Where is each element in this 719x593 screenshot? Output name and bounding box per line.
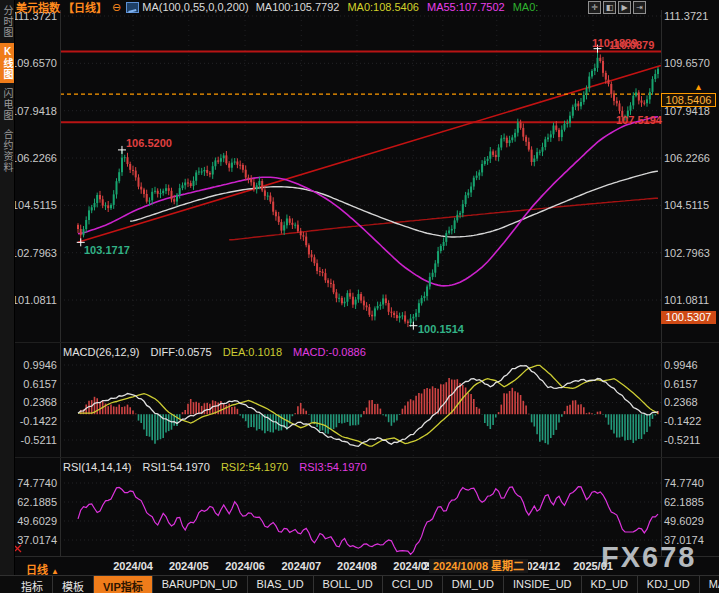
toolbar-item-BIASUD[interactable]: BIAS_UD bbox=[248, 576, 314, 593]
macd-dea-value: DEA:0.1018 bbox=[223, 346, 282, 358]
crosshair-icon[interactable]: ✛ bbox=[588, 1, 601, 14]
watermark: FX678 bbox=[601, 541, 696, 574]
rsi-header: RSI(14,14,14) RSI1:54.1970 RSI2:54.1970 … bbox=[63, 461, 367, 473]
toolbar-item-KDJUD[interactable]: KDJ_UD bbox=[638, 576, 700, 593]
split-right-icon[interactable]: ▶ bbox=[618, 1, 631, 14]
macd-tick-label: -0.5211 bbox=[664, 434, 719, 447]
ma-value-label: MA100:105.7792 bbox=[256, 1, 340, 13]
rsi3-value: RSI3:54.1970 bbox=[299, 461, 366, 473]
plot-left-border bbox=[60, 10, 61, 556]
price-tick-label: 111.3721 bbox=[664, 10, 719, 23]
crosshair-date-badge: 2024/10/08 星期二 bbox=[429, 559, 528, 573]
bottom-toolbar: 指标模板VIP指标BARUPDN_UDBIAS_UDBOLL_UDCCI_UDD… bbox=[0, 575, 719, 593]
macd-tick-label: 0.2368 bbox=[664, 396, 719, 409]
panel-separator-macd bbox=[14, 342, 719, 343]
date-tick-label: 2024/04 bbox=[105, 560, 161, 572]
rsi-tick-label: 62.1885 bbox=[664, 496, 719, 509]
april-peak-label: 106.5200 bbox=[126, 137, 172, 149]
rsi-title: RSI(14,14,14) bbox=[63, 461, 131, 473]
macd-header: MACD(26,12,9) DIFF:0.0575 DEA:0.1018 MAC… bbox=[63, 346, 366, 358]
app-window: 分时图K线图闪电图合约资料 美元指数 【日线】 ⊖ MA(100,0,55,0,… bbox=[0, 0, 719, 593]
toolbar-item-KDUD[interactable]: KD_UD bbox=[582, 576, 638, 593]
symbol-title: 美元指数 bbox=[16, 0, 60, 15]
price-tick-label: 102.7963 bbox=[664, 247, 719, 260]
rsi-tick-label: 49.6029 bbox=[664, 515, 719, 528]
toolbar-item-INSIDEUD[interactable]: INSIDE_UD bbox=[504, 576, 582, 593]
topbar: 美元指数 【日线】 ⊖ MA(100,0,55,0,0,200) MA100:1… bbox=[16, 0, 546, 14]
chart-canvas[interactable] bbox=[0, 0, 719, 593]
left-sidebar: 分时图K线图闪电图合约资料 bbox=[0, 0, 15, 575]
sidebar-tab-K线图[interactable]: K线图 bbox=[0, 43, 14, 83]
rsi1-value: RSI1:54.1970 bbox=[143, 461, 210, 473]
rsi2-value: RSI2:54.1970 bbox=[221, 461, 288, 473]
price-tick-label: 104.5115 bbox=[664, 199, 719, 212]
panel-separator-rsi bbox=[14, 457, 719, 458]
price-marker-arrow-icon: ▲ bbox=[694, 82, 703, 92]
period-tag: 【日线】 bbox=[63, 0, 107, 15]
price-tick-label: 101.0811 bbox=[664, 294, 719, 307]
expand-icon[interactable]: ⇥ bbox=[633, 1, 646, 14]
macd-tick-label: 0.6157 bbox=[664, 378, 719, 391]
macd-tick-label: -0.1422 bbox=[664, 415, 719, 428]
sidebar-tab-合约资料[interactable]: 合约资料 bbox=[0, 126, 14, 176]
ma-value-label: MA55:107.7502 bbox=[427, 1, 505, 13]
collapse-icon[interactable]: ⊖ bbox=[112, 1, 121, 14]
ma-value-label: MA0: bbox=[513, 1, 539, 13]
support-price-label: 107.5194 bbox=[616, 114, 662, 126]
low-price-badge: 100.5307 bbox=[661, 311, 716, 324]
toolbar-item-模板[interactable]: 模板 bbox=[53, 576, 94, 593]
price-tick-label: 109.6570 bbox=[664, 57, 719, 70]
macd-hist-value: MACD:-0.0886 bbox=[293, 346, 366, 358]
date-tick-label: 2024/07 bbox=[273, 560, 329, 572]
sidebar-tab-闪电图[interactable]: 闪电图 bbox=[0, 85, 14, 124]
plot-right-border bbox=[661, 10, 662, 556]
current-price-badge: 108.5406 bbox=[661, 93, 716, 107]
toolbar-item-BARUPDNUD[interactable]: BARUPDN_UD bbox=[153, 576, 248, 593]
macd-diff-value: DIFF:0.0575 bbox=[150, 346, 211, 358]
indicator-chart-icon bbox=[126, 2, 139, 13]
price-tick-label: 106.2266 bbox=[664, 152, 719, 165]
sidebar-tab-分时图[interactable]: 分时图 bbox=[0, 2, 14, 41]
macd-title: MACD(26,12,9) bbox=[63, 346, 139, 358]
toolbar-item-DMIUD[interactable]: DMI_UD bbox=[443, 576, 504, 593]
toolbar-item-MAUD[interactable]: MA_UD bbox=[700, 576, 719, 593]
macd-tick-label: 0.9946 bbox=[664, 359, 719, 372]
toolbar-item-指标[interactable]: 指标 bbox=[12, 576, 53, 593]
rsi-tick-label: 74.7740 bbox=[664, 477, 719, 490]
bottom-low-label: 100.1514 bbox=[418, 323, 464, 335]
date-tick-label: 2024/08 bbox=[329, 560, 385, 572]
date-tick-label: 2024/05 bbox=[161, 560, 217, 572]
split-left-icon[interactable]: ◧ bbox=[603, 1, 616, 14]
high-price-label: 110.1889 bbox=[592, 37, 637, 49]
start-low-label: 103.1717 bbox=[84, 244, 130, 256]
ma-settings-label: MA(100,0,55,0,0,200) bbox=[142, 1, 248, 13]
ma-values-group: MA100:105.7792MA0:108.5406MA55:107.7502M… bbox=[256, 1, 547, 13]
date-tick-label: 2024/06 bbox=[217, 560, 273, 572]
ma-value-label: MA0:108.5406 bbox=[347, 1, 419, 13]
toolbar-item-BOLLUD[interactable]: BOLL_UD bbox=[314, 576, 383, 593]
chart-tool-icons: ✛◧▶⇥ bbox=[586, 1, 646, 14]
toolbar-item-CCIUD[interactable]: CCI_UD bbox=[383, 576, 443, 593]
toolbar-item-VIP指标[interactable]: VIP指标 bbox=[94, 576, 153, 593]
